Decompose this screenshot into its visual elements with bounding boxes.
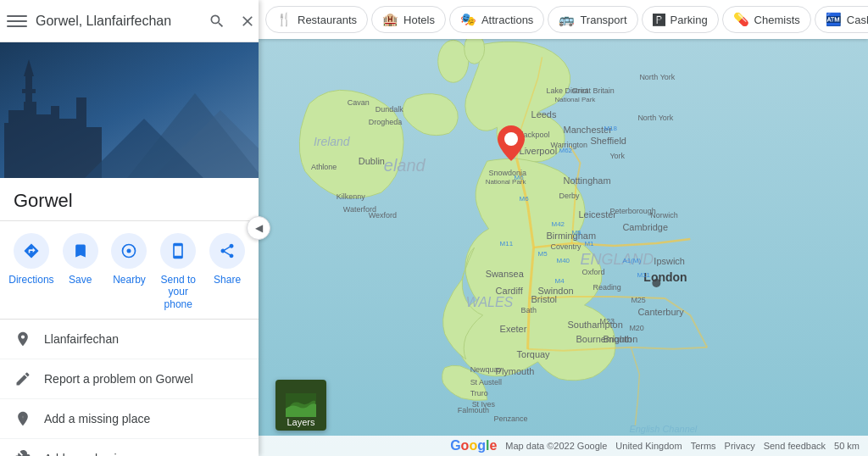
attribution-terms[interactable]: Terms xyxy=(691,441,716,451)
attribution-privacy[interactable]: Privacy xyxy=(725,441,755,451)
map-copyright: Map data ©2022 Google xyxy=(505,441,607,451)
clear-icon-btn[interactable] xyxy=(236,9,259,33)
collapse-sidebar-button[interactable]: ◀ xyxy=(247,216,270,240)
send-to-phone-label: Send to your phone xyxy=(154,274,202,310)
sidebar: Gorwel Directions Save Nearby xyxy=(0,0,259,456)
chemists-icon: 💊 xyxy=(733,12,749,27)
attractions-icon: 🎭 xyxy=(460,12,476,27)
send-to-phone-button[interactable]: Send to your phone xyxy=(153,233,203,310)
place-name-section: Gorwel xyxy=(0,178,259,221)
nav-chip-hotels[interactable]: 🏨 Hotels xyxy=(371,6,446,33)
menu-label-report: Report a problem on Gorwel xyxy=(44,372,193,386)
svg-text:National Park: National Park xyxy=(555,96,596,103)
attribution-region[interactable]: United Kingdom xyxy=(615,441,682,451)
share-label: Share xyxy=(214,274,241,286)
google-logo: Google xyxy=(450,438,497,453)
svg-text:Nottingham: Nottingham xyxy=(564,175,611,186)
svg-text:Sheffield: Sheffield xyxy=(590,136,626,146)
svg-text:A1(M): A1(M) xyxy=(622,257,641,264)
nav-chip-attractions[interactable]: 🎭 Attractions xyxy=(449,6,544,33)
map-scale: 50 km xyxy=(834,441,860,451)
svg-text:Newquay: Newquay xyxy=(470,365,503,374)
svg-text:North York: North York xyxy=(637,114,673,122)
nav-chip-hotels-label: Hotels xyxy=(403,14,435,26)
svg-text:English Channel: English Channel xyxy=(629,424,697,434)
svg-text:Ireland: Ireland xyxy=(314,135,351,148)
svg-text:Exeter: Exeter xyxy=(500,324,527,334)
nav-chip-transport-label: Transport xyxy=(580,14,626,26)
nav-chip-transport[interactable]: 🚌 Transport xyxy=(548,6,637,33)
svg-text:London: London xyxy=(643,270,687,284)
nav-chip-parking[interactable]: 🅿 Parking xyxy=(642,6,719,33)
svg-text:M11: M11 xyxy=(500,240,514,247)
menu-item-report[interactable]: Report a problem on Gorwel xyxy=(0,359,259,399)
directions-label: Directions xyxy=(8,274,53,286)
svg-text:Peterborough: Peterborough xyxy=(609,207,655,215)
svg-text:St Austell: St Austell xyxy=(470,378,502,386)
nav-chip-chemists-label: Chemists xyxy=(754,14,800,26)
svg-text:Dundalk: Dundalk xyxy=(376,105,403,114)
svg-text:Liverpool: Liverpool xyxy=(520,146,558,156)
svg-text:M1: M1 xyxy=(584,240,594,247)
menu-item-location[interactable]: Llanfairfechan xyxy=(0,320,259,359)
map-attribution: Google Map data ©2022 Google United King… xyxy=(259,436,868,456)
nav-chip-restaurants-label: Restaurants xyxy=(298,14,357,26)
svg-text:Bath: Bath xyxy=(521,306,537,314)
svg-text:M20: M20 xyxy=(629,324,643,332)
search-input[interactable] xyxy=(36,14,205,29)
svg-text:Swansea: Swansea xyxy=(486,269,525,279)
search-bar xyxy=(0,0,259,42)
attribution-feedback[interactable]: Send feedback xyxy=(764,441,826,451)
svg-rect-10 xyxy=(22,89,36,93)
nearby-button[interactable]: Nearby xyxy=(105,233,154,310)
map-area[interactable]: 🍴 Restaurants 🏨 Hotels 🎭 Attractions 🚌 T… xyxy=(259,0,868,456)
map-pin[interactable] xyxy=(498,125,525,164)
svg-text:M5: M5 xyxy=(571,229,581,236)
svg-text:Oxford: Oxford xyxy=(581,268,604,276)
svg-text:Athlone: Athlone xyxy=(311,163,337,171)
nearby-label: Nearby xyxy=(113,274,146,286)
svg-text:Ipswich: Ipswich xyxy=(654,256,685,266)
svg-text:M6: M6 xyxy=(515,174,525,181)
top-nav: 🍴 Restaurants 🏨 Hotels 🎭 Attractions 🚌 T… xyxy=(259,0,868,39)
menu-item-add-business[interactable]: Add your business xyxy=(0,439,259,456)
svg-text:ENGLAND: ENGLAND xyxy=(580,251,654,268)
svg-rect-5 xyxy=(51,106,59,178)
nav-chip-attractions-label: Attractions xyxy=(481,14,533,26)
menu-item-add-place[interactable]: Add a missing place xyxy=(0,399,259,439)
location-icon xyxy=(14,330,32,348)
svg-text:M18: M18 xyxy=(604,125,617,132)
place-name: Gorwel xyxy=(14,190,245,212)
svg-text:M40: M40 xyxy=(557,257,570,264)
save-button[interactable]: Save xyxy=(56,233,105,310)
svg-text:M4: M4 xyxy=(555,277,565,285)
svg-text:eland: eland xyxy=(384,156,426,175)
menu-label-add-place: Add a missing place xyxy=(44,412,150,425)
svg-text:M62: M62 xyxy=(559,147,573,154)
nav-chip-cashpoints-label: Cashpoints xyxy=(847,14,868,26)
action-buttons: Directions Save Nearby Send to your phon… xyxy=(0,221,259,320)
hero-image xyxy=(0,42,259,178)
svg-text:WALES: WALES xyxy=(466,295,514,309)
svg-text:Wexford: Wexford xyxy=(369,211,397,220)
svg-text:M6: M6 xyxy=(520,195,530,203)
menu-label-add-business: Add your business xyxy=(44,452,142,456)
search-icon-btn[interactable] xyxy=(205,9,229,33)
layers-button[interactable]: Layers xyxy=(275,380,326,431)
svg-text:Dublin: Dublin xyxy=(359,156,385,166)
nav-chip-chemists[interactable]: 💊 Chemists xyxy=(722,6,811,33)
restaurants-icon: 🍴 xyxy=(276,12,292,27)
hamburger-menu[interactable] xyxy=(7,11,27,31)
share-button[interactable]: Share xyxy=(203,233,252,310)
menu-items: Llanfairfechan Report a problem on Gorwe… xyxy=(0,320,259,456)
svg-text:Kilkenny: Kilkenny xyxy=(337,192,365,201)
svg-text:Reading: Reading xyxy=(593,283,620,292)
nav-chip-cashpoints[interactable]: 🏧 Cashpoints xyxy=(815,6,868,33)
svg-text:Torquay: Torquay xyxy=(517,349,551,359)
layers-label: Layers xyxy=(287,417,314,427)
svg-text:Southampton: Southampton xyxy=(567,320,622,330)
directions-button[interactable]: Directions xyxy=(7,233,56,310)
nav-chip-restaurants[interactable]: 🍴 Restaurants xyxy=(265,6,368,33)
parking-icon: 🅿 xyxy=(653,13,665,27)
hotels-icon: 🏨 xyxy=(382,12,398,27)
